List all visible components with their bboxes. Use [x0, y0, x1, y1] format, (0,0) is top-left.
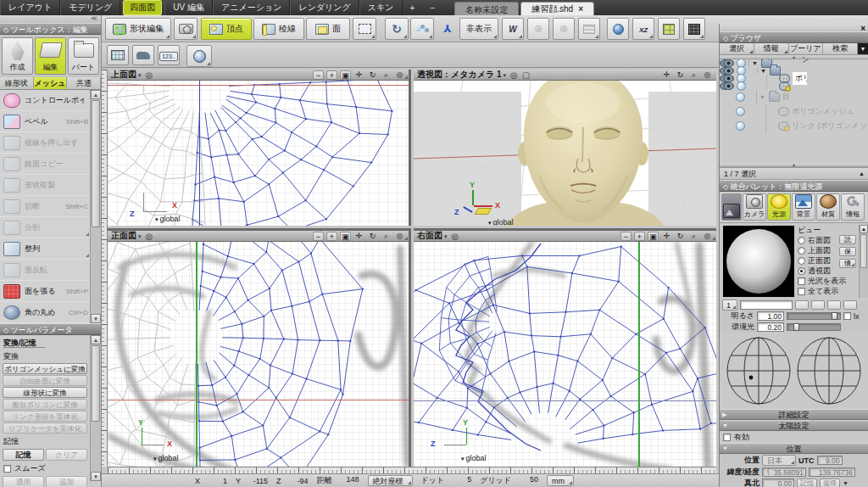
select-toggle-icon[interactable] — [736, 107, 745, 116]
zoom-out-icon[interactable] — [313, 232, 324, 241]
magnify-icon[interactable] — [688, 70, 699, 80]
camera-tool-button[interactable] — [174, 18, 198, 40]
object-mode-button[interactable] — [132, 45, 154, 65]
tool-item[interactable]: 鏡面コピー — [0, 154, 90, 175]
radio-front-view[interactable] — [798, 257, 805, 265]
position-restore-button[interactable]: 復帰 — [820, 479, 840, 487]
brightness-field[interactable]: 1.00 — [757, 311, 784, 321]
tool-item[interactable]: 面を張る Shift+P — [0, 281, 90, 302]
zoom-region-icon[interactable] — [702, 70, 713, 80]
country-dropdown[interactable]: 日本 ( — [762, 455, 796, 466]
tree-row[interactable]: ポリゴンメッシュ — [720, 75, 731, 82]
menu-skin[interactable]: スキン — [359, 0, 403, 15]
camera-target-icon[interactable] — [451, 232, 459, 241]
browser-header[interactable]: ブラウザ — [720, 31, 868, 43]
tab-info[interactable]: 情報 — [754, 43, 789, 54]
globe-button[interactable] — [607, 18, 629, 40]
tab-mesh[interactable]: メッシュ — [34, 77, 68, 89]
menu-layout[interactable]: レイアウト — [0, 0, 60, 15]
ambient-field[interactable]: 0.20 — [757, 322, 784, 332]
convert-button[interactable]: リプリケータを実体化 — [3, 423, 87, 434]
rect-select-button[interactable] — [353, 18, 376, 40]
radio-right-view[interactable] — [798, 237, 805, 244]
viewport-persp-header[interactable]: 透視図：メタカメラ 1 — [414, 70, 716, 81]
panel-close-icon[interactable]: × — [860, 24, 865, 33]
convert-button[interactable]: 擬似ポリゴンに変換 — [3, 399, 87, 410]
menu-add[interactable]: + — [403, 2, 423, 14]
palette-tab-stage[interactable] — [721, 193, 742, 221]
lx-checkbox[interactable] — [843, 312, 851, 320]
visibility-eye-icon[interactable] — [723, 82, 734, 90]
tree-row[interactable]: リンク (ポリゴンメッシ — [720, 82, 731, 90]
mode-edit-button[interactable]: 編集 — [35, 37, 66, 75]
coordinate-mode-dropdown[interactable]: 絶対座標 — [368, 475, 413, 486]
position-header[interactable]: ▼位置 — [720, 443, 868, 454]
maximize-view-icon[interactable] — [340, 70, 351, 80]
globe-top-icon[interactable] — [795, 335, 863, 406]
zoom-in-icon[interactable] — [326, 232, 337, 241]
tree-row[interactable]: 目 — [720, 90, 868, 104]
viewport-top-canvas[interactable]: X Z global — [108, 81, 409, 226]
tool-item[interactable]: 整列 — [0, 238, 90, 260]
tool-item[interactable]: 形状複製 — [0, 175, 90, 196]
tool-item[interactable]: 切断 Shift+C — [0, 196, 90, 217]
chain-tool-button[interactable] — [410, 18, 434, 40]
scroll-up-icon[interactable] — [91, 90, 101, 99]
mode-create-button[interactable]: 作成 — [2, 37, 33, 75]
scroll-thumb[interactable] — [860, 234, 867, 268]
mode-part-button[interactable]: パート — [68, 37, 99, 75]
magnify-icon[interactable] — [381, 70, 392, 80]
scroll-down-icon[interactable] — [91, 472, 101, 481]
tree-row[interactable]: 顔 — [720, 67, 731, 75]
rotate-tool-button[interactable] — [385, 18, 409, 40]
light-copy-button[interactable] — [827, 300, 841, 310]
numeric-input-button[interactable] — [158, 45, 180, 65]
save-button[interactable]: 保 — [839, 247, 856, 256]
tab-search[interactable]: 検索 — [823, 43, 858, 54]
tool-item[interactable]: 分割 — [0, 217, 90, 238]
tool-params-header[interactable]: ツールパラメータ — [0, 323, 101, 335]
tree-row[interactable]: ポリゴンメッシュ — [720, 104, 868, 119]
params-scrollbar[interactable] — [90, 335, 101, 481]
tool-item[interactable]: 面反転 — [0, 260, 90, 281]
zoom-in-icon[interactable] — [326, 70, 337, 80]
orbit-icon[interactable] — [675, 232, 686, 241]
tree-row[interactable]: ルートパート — [720, 59, 731, 67]
viewport-top-header[interactable]: 上面図 — [108, 70, 409, 81]
convert-button[interactable]: 線形状に変換 — [3, 387, 87, 398]
camera-target-icon[interactable] — [145, 232, 153, 241]
tool-item[interactable]: 角の丸め Ctrl+D — [0, 302, 90, 323]
table-view-button[interactable] — [107, 45, 129, 65]
tab-select[interactable]: 選択 — [720, 43, 754, 54]
light-remove-button[interactable] — [811, 300, 825, 310]
palette-tab-material[interactable]: 材質 — [816, 193, 840, 221]
axis-tool-button[interactable] — [437, 18, 458, 40]
convert-button[interactable]: リンク形状を実体化 — [3, 411, 87, 422]
weight-pen-button[interactable] — [502, 18, 524, 40]
light-index-dropdown[interactable]: 1 — [722, 299, 737, 311]
scroll-up-icon[interactable] — [91, 335, 101, 344]
zoom-in-icon[interactable] — [634, 232, 645, 241]
grid-green-button[interactable] — [658, 18, 680, 40]
utc-field[interactable]: 9.00 — [817, 456, 843, 465]
xz-plane-button[interactable] — [632, 18, 654, 40]
add-button[interactable]: 追加 — [46, 476, 87, 487]
scroll-thumb[interactable] — [92, 345, 100, 422]
viewport-right-header[interactable]: 右面図 — [414, 231, 716, 242]
orbit-icon[interactable] — [367, 232, 378, 241]
viewport-front-canvas[interactable]: Y X global — [108, 242, 409, 467]
sun-settings-header[interactable]: ▼太陽設定 — [720, 420, 868, 431]
menu-quadview[interactable]: 四面図 — [123, 0, 162, 15]
light-add-button[interactable] — [795, 300, 809, 310]
sidebar-collapse-icon[interactable]: ≪ — [0, 15, 101, 23]
select-toggle-icon[interactable] — [736, 121, 745, 131]
viewport-front-header[interactable]: 正面図 — [108, 231, 409, 242]
radio-top-view[interactable] — [798, 247, 805, 255]
disabled-tool-2-button[interactable] — [553, 18, 575, 40]
pan-icon[interactable] — [661, 232, 672, 241]
tab-boolean[interactable]: ブーリアン — [789, 43, 824, 54]
grid-dark-button[interactable] — [683, 18, 705, 40]
shading-mode-icon[interactable] — [522, 70, 530, 80]
sun-enable-checkbox[interactable] — [723, 434, 731, 441]
maximize-view-icon[interactable] — [340, 232, 351, 241]
